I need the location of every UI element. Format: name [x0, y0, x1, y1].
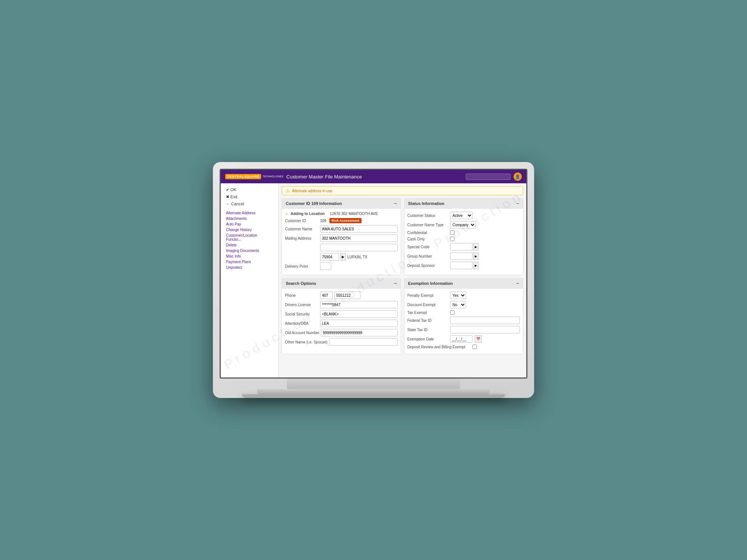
- adding-location-label: Adding to Location: [291, 212, 325, 216]
- alert-banner: ⚠ Alternate address in use: [282, 186, 523, 195]
- sidebar-link-delete[interactable]: Delete: [221, 242, 278, 248]
- alert-text: Alternate address in use: [292, 189, 332, 193]
- customer-name-type-select[interactable]: Company Individual: [450, 221, 476, 228]
- mailing-address-label: Mailing Address: [285, 236, 319, 240]
- zip-input[interactable]: [320, 253, 339, 261]
- customer-status-label: Customer Status: [407, 214, 449, 218]
- customer-info-body: ⚠ Adding to Location 12670 302 MANTOOTH …: [282, 209, 401, 275]
- penalty-exempt-label: Penalty Exempt: [407, 293, 449, 298]
- sidebar-link-change-history[interactable]: Change History: [221, 227, 278, 233]
- group-number-input[interactable]: [450, 252, 472, 260]
- exemption-panel-header: Exemption Information −: [405, 279, 523, 289]
- customer-status-select[interactable]: Active Inactive: [450, 212, 473, 219]
- tax-exempt-row: Tax Exempt: [407, 310, 520, 315]
- sidebar-link-customer-location[interactable]: Customer/Location Functio...: [221, 233, 278, 242]
- old-account-label: Old Account Number: [285, 331, 319, 335]
- status-info-collapse[interactable]: −: [516, 200, 519, 206]
- sidebar-link-auto-pay[interactable]: Auto Pay: [221, 221, 278, 227]
- cash-only-checkbox[interactable]: [450, 237, 455, 241]
- discount-exempt-select[interactable]: No Yes: [450, 301, 466, 308]
- drivers-license-label: Drivers License: [285, 303, 319, 307]
- customer-name-input[interactable]: [320, 225, 398, 233]
- sidebar-action-cancel[interactable]: ← Cancel: [221, 200, 278, 207]
- exemption-date-calendar-btn[interactable]: 📅: [475, 335, 482, 343]
- customer-name-row: Customer Name: [285, 225, 398, 233]
- sidebar-link-unprotect[interactable]: Unprotect: [221, 265, 278, 270]
- sidebar-link-misc-info[interactable]: Misc Info: [221, 253, 278, 259]
- group-number-field: ▶: [450, 252, 478, 260]
- zip-arrow-btn[interactable]: ▶: [340, 253, 346, 261]
- deposit-sponsor-arrow-btn[interactable]: ▶: [473, 262, 478, 269]
- customer-info-collapse[interactable]: −: [394, 200, 397, 206]
- exemption-collapse[interactable]: −: [516, 280, 519, 286]
- deposit-sponsor-input[interactable]: [450, 262, 472, 269]
- search-options-body: Phone Drivers License: [282, 289, 401, 351]
- status-info-panel: Status Information − Customer Status Act…: [404, 198, 524, 275]
- penalty-exempt-select[interactable]: Yes No: [450, 292, 466, 299]
- drivers-license-input[interactable]: [320, 301, 398, 308]
- other-name-row: Other Name (i.e. Spouse): [285, 338, 398, 346]
- phone-area-input[interactable]: [320, 292, 333, 299]
- mailing-address-input[interactable]: [320, 234, 398, 242]
- penalty-exempt-row: Penalty Exempt Yes No: [407, 292, 520, 299]
- sidebar-action-ok[interactable]: ✔ OK: [221, 186, 278, 193]
- risk-assessment-button[interactable]: Risk Assessment: [329, 218, 362, 223]
- delivery-point-row: Delivery Point: [285, 262, 398, 270]
- customer-status-row: Customer Status Active Inactive: [407, 212, 520, 219]
- monitor-screen: CENTRALSQUARE TECHNOLOGIES Customer Mast…: [220, 169, 527, 379]
- tax-exempt-checkbox[interactable]: [450, 310, 455, 315]
- search-options-header: Search Options −: [282, 279, 401, 289]
- special-code-row: Special Code ▶: [407, 243, 520, 251]
- attention-dba-input[interactable]: [320, 320, 398, 327]
- cash-only-row: Cash Only: [407, 237, 520, 241]
- sidebar-link-attachments[interactable]: Attachments: [221, 216, 278, 221]
- federal-tax-id-input[interactable]: [450, 317, 520, 324]
- status-info-body: Customer Status Active Inactive Customer…: [405, 209, 523, 274]
- delivery-point-input[interactable]: [320, 262, 331, 270]
- search-options-panel: Search Options − Phone: [282, 278, 401, 354]
- state-tax-id-row: State Tax ID: [407, 326, 520, 333]
- group-number-arrow-btn[interactable]: ▶: [473, 252, 478, 260]
- old-account-input[interactable]: [321, 329, 397, 336]
- exemption-date-row: Exemption Date 📅: [407, 335, 520, 343]
- bottom-panels-row: Search Options − Phone: [282, 278, 523, 354]
- sidebar: ✔ OK ✖ Exit ← Cancel Alternate Address A…: [221, 183, 279, 377]
- logo-sub: TECHNOLOGIES: [263, 175, 283, 178]
- confidential-checkbox[interactable]: [450, 230, 455, 235]
- app-header: CENTRALSQUARE TECHNOLOGIES Customer Mast…: [221, 170, 526, 183]
- federal-tax-id-row: Federal Tax ID: [407, 317, 520, 324]
- confidential-row: Confidential: [407, 230, 520, 235]
- special-code-label: Special Code: [407, 245, 449, 249]
- phone-row: Phone: [285, 292, 398, 299]
- state-tax-id-input[interactable]: [450, 326, 520, 333]
- phone-label: Phone: [285, 293, 319, 298]
- sidebar-link-alternate-address[interactable]: Alternate Address: [221, 210, 278, 216]
- state-tax-id-label: State Tax ID: [407, 328, 449, 332]
- sidebar-link-payment-plans[interactable]: Payment Plans: [221, 259, 278, 265]
- exemption-date-input[interactable]: [450, 335, 472, 343]
- special-code-input[interactable]: [450, 243, 472, 251]
- social-security-input[interactable]: [320, 310, 398, 318]
- other-name-input[interactable]: [329, 338, 398, 346]
- city-state-text: LUFKIN, TX: [347, 255, 368, 259]
- sidebar-action-exit[interactable]: ✖ Exit: [221, 193, 278, 200]
- search-options-title: Search Options: [286, 281, 316, 286]
- status-info-title: Status Information: [408, 201, 444, 206]
- customer-name-type-row: Customer Name Type Company Individual: [407, 221, 520, 228]
- phone-fields: [320, 292, 360, 299]
- sidebar-link-imaging[interactable]: Imaging Documents: [221, 248, 278, 253]
- adding-location-value: 12670 302 MANTOOTH AVE: [330, 212, 378, 216]
- monitor-stand-top: [287, 379, 460, 389]
- deposit-sponsor-label: Deposit Sponsor: [407, 264, 449, 268]
- monitor-base-wide: [242, 394, 505, 398]
- phone-number-input[interactable]: [334, 292, 360, 299]
- special-code-arrow-btn[interactable]: ▶: [473, 243, 478, 251]
- group-number-row: Group Number ▶: [407, 252, 520, 260]
- search-options-collapse[interactable]: −: [394, 280, 397, 286]
- mailing-address-line2-input[interactable]: [320, 244, 398, 251]
- header-search-input[interactable]: [466, 174, 511, 180]
- deposit-review-checkbox[interactable]: [472, 345, 477, 349]
- user-avatar[interactable]: 👤: [514, 172, 522, 181]
- drivers-license-row: Drivers License: [285, 301, 398, 308]
- customer-info-panel-header: Customer ID 109 Information −: [282, 199, 401, 209]
